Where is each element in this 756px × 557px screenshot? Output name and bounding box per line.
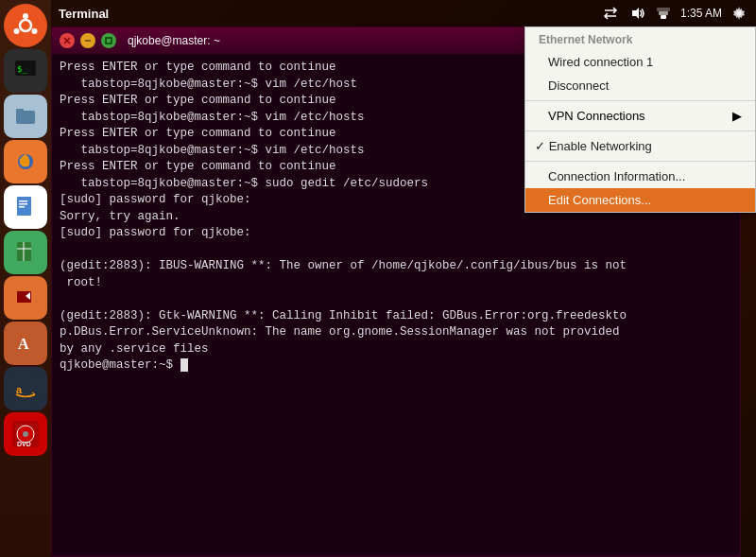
network-icon[interactable] — [654, 4, 673, 23]
svg-point-4 — [14, 28, 20, 34]
term-line — [60, 242, 732, 259]
svg-marker-33 — [632, 8, 639, 19]
term-line: by any .service files — [60, 341, 732, 358]
connection-information-item[interactable]: Connection Information... — [525, 165, 755, 188]
menu-separator-3 — [525, 161, 755, 162]
settings-icon[interactable] — [730, 4, 748, 23]
svg-rect-10 — [16, 109, 24, 113]
svg-rect-15 — [19, 200, 27, 202]
term-line: root! — [60, 275, 732, 292]
svg-rect-34 — [661, 15, 666, 19]
svg-rect-9 — [16, 111, 35, 124]
sidebar-item-amazon[interactable]: a — [4, 367, 47, 410]
svg-rect-17 — [19, 206, 25, 208]
svg-text:A: A — [18, 336, 29, 352]
term-line: (gedit:2883): Gtk-WARNING **: Calling In… — [60, 308, 732, 325]
term-line: p.DBus.Error.ServiceUnknown: The name or… — [60, 324, 732, 341]
svg-rect-35 — [659, 11, 668, 15]
svg-point-31 — [23, 431, 28, 437]
sidebar-item-libreoffice-writer[interactable] — [4, 185, 47, 229]
sidebar-item-terminal[interactable]: $_ — [4, 49, 47, 93]
svg-text:$_: $_ — [17, 64, 27, 74]
topbar-time: 1:35 AM — [680, 7, 722, 20]
svg-text:DVD: DVD — [17, 441, 31, 447]
menu-separator-1 — [525, 100, 755, 101]
maximize-button[interactable] — [101, 33, 116, 48]
transfer-icon[interactable] — [601, 4, 620, 23]
close-button[interactable] — [60, 33, 75, 48]
sidebar-item-libreoffice-calc[interactable] — [4, 231, 47, 274]
disconnect-item[interactable]: Disconnect — [525, 74, 755, 97]
edit-connections-item[interactable]: Edit Connections... — [525, 188, 755, 212]
svg-rect-41 — [106, 38, 112, 44]
sidebar-item-files[interactable] — [4, 95, 47, 138]
term-line: (gedit:2883): IBUS-WARNING **: The owner… — [60, 258, 732, 275]
topbar: Terminal — [51, 0, 756, 26]
sidebar-item-libreoffice-impress[interactable] — [4, 276, 47, 320]
terminal-title: qjkobe@master: ~ — [128, 34, 220, 47]
unity-sidebar: $_ — [0, 0, 51, 557]
desktop: $_ — [0, 0, 756, 557]
svg-rect-36 — [657, 8, 670, 11]
enable-networking-item[interactable]: Enable Networking — [525, 134, 755, 158]
svg-point-3 — [32, 28, 38, 34]
wired-connection-item[interactable]: Wired connection 1 — [525, 50, 755, 74]
volume-icon[interactable] — [627, 4, 646, 23]
vpn-arrow-icon: ▶ — [732, 109, 742, 123]
topbar-right: 1:35 AM — [601, 4, 748, 23]
svg-text:a: a — [16, 384, 23, 395]
sidebar-item-ubuntu[interactable] — [4, 4, 47, 47]
vpn-connections-item[interactable]: VPN Connections ▶ — [525, 104, 755, 128]
menu-separator-2 — [525, 131, 755, 131]
svg-rect-16 — [19, 203, 27, 205]
sidebar-item-font[interactable]: A — [4, 322, 47, 365]
vpn-label: VPN Connections — [548, 109, 645, 123]
term-prompt-line: qjkobe@master:~$ — [60, 357, 732, 374]
topbar-title: Terminal — [59, 7, 109, 21]
network-dropdown: Ethernet Network Wired connection 1 Disc… — [524, 26, 756, 213]
term-line — [60, 291, 732, 308]
network-section-header: Ethernet Network — [525, 27, 755, 50]
sidebar-item-dvd[interactable]: DVD — [4, 412, 47, 456]
minimize-button[interactable] — [80, 33, 95, 48]
sidebar-item-firefox[interactable] — [4, 140, 47, 183]
term-line: [sudo] password for qjkobe: — [60, 225, 732, 242]
svg-point-2 — [23, 13, 28, 19]
